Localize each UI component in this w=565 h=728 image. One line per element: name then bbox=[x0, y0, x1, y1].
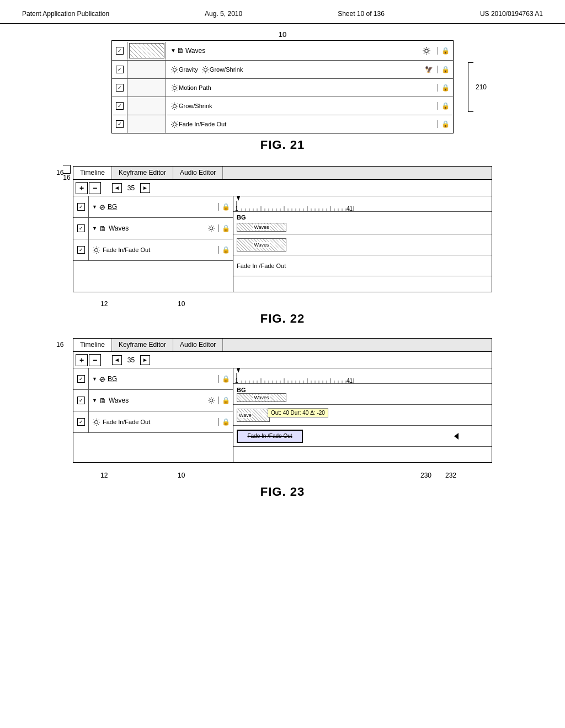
track-content-bg-23: ▼ ⊘ BG bbox=[89, 374, 218, 384]
lock-bg-23: 🔒 bbox=[222, 375, 230, 383]
bird-icon: 🦅 bbox=[425, 66, 433, 73]
lock-icon-3: 🔒 bbox=[441, 84, 450, 92]
fig22-annot-12: 12 bbox=[100, 300, 108, 308]
frame-number-22: 35 bbox=[124, 184, 138, 192]
svg-point-1 bbox=[173, 68, 177, 71]
fig23-empty-row bbox=[73, 433, 233, 448]
checkbox-waves-23[interactable] bbox=[77, 397, 85, 404]
right-bg-text-22: Waves bbox=[253, 224, 270, 230]
row4-content: Grow/Shrink bbox=[166, 101, 438, 111]
waves-tooltip-23: Out: 40 Dur: 40 Δ: -20 bbox=[268, 408, 328, 417]
checkbox-cell-5[interactable] bbox=[112, 115, 127, 133]
track-check-bg-23[interactable] bbox=[73, 368, 89, 389]
row5-content: Fade In/Fade Out bbox=[166, 119, 438, 130]
checkbox-5[interactable] bbox=[116, 120, 124, 128]
fig22-label-container: FIG. 22 bbox=[33, 312, 532, 326]
lock-icon-5: 🔒 bbox=[441, 120, 450, 128]
svg-point-4 bbox=[173, 104, 177, 108]
lock-cell-2: 🔒 bbox=[438, 66, 453, 73]
fig22-right-bg: BG Waves bbox=[233, 212, 492, 234]
thumbnail-1 bbox=[127, 42, 166, 60]
track-lock-fade-22: 🔒 bbox=[218, 246, 233, 254]
prev-frame-button-22[interactable]: ◄ bbox=[112, 183, 122, 193]
arrow-indicator-230 bbox=[454, 433, 459, 440]
right-fade-block-23: Fade In /Fade Out bbox=[237, 430, 303, 443]
settings-icon-2a bbox=[170, 66, 179, 74]
track-check-fade-23[interactable] bbox=[73, 411, 89, 432]
track-check-bg-22[interactable] bbox=[73, 196, 89, 217]
right-waves-block-23: Wave bbox=[237, 409, 270, 422]
fig22-annot-16-label: 16 bbox=[56, 169, 63, 176]
fig21-panel: ▼ 🗎 Waves 🔒 bbox=[111, 40, 454, 133]
checkbox-cell-4[interactable] bbox=[112, 97, 127, 115]
checkbox-cell-3[interactable] bbox=[112, 79, 127, 97]
checkbox-bg-22[interactable] bbox=[77, 203, 85, 211]
gear-waves-22 bbox=[207, 224, 215, 232]
plus-button-23[interactable]: + bbox=[76, 354, 88, 366]
prev-frame-button-23[interactable]: ◄ bbox=[112, 355, 122, 365]
lock-icon-1: 🔒 bbox=[441, 47, 450, 55]
fig21-label-container: FIG. 21 bbox=[33, 138, 532, 152]
checkbox-4[interactable] bbox=[116, 102, 124, 110]
fig23-right-bg: BG Waves bbox=[233, 384, 492, 405]
checkbox-waves-22[interactable] bbox=[77, 224, 85, 232]
tab-keyframe-23[interactable]: Keyframe Editor bbox=[112, 339, 173, 351]
lock-cell-5: 🔒 bbox=[438, 120, 453, 128]
right-bg-label-22: BG bbox=[237, 214, 246, 221]
minus-button-22[interactable]: − bbox=[89, 182, 101, 194]
tab-audio-23[interactable]: Audio Editor bbox=[173, 339, 223, 351]
checkbox-bg-23[interactable] bbox=[77, 375, 85, 383]
checkbox-1[interactable] bbox=[116, 47, 124, 55]
fig21-annot-10: 10 bbox=[279, 30, 286, 39]
next-frame-button-23[interactable]: ► bbox=[140, 355, 150, 365]
minus-button-23[interactable]: − bbox=[89, 354, 101, 366]
circle-bg-23: ⊘ bbox=[99, 375, 105, 383]
arrow-bg-22: ▼ bbox=[92, 204, 97, 210]
track-label-fade-23: Fade In/Fade Out bbox=[103, 419, 150, 425]
next-frame-button-22[interactable]: ► bbox=[140, 183, 150, 193]
fig21-row-3: Motion Path 🔒 bbox=[112, 79, 453, 97]
fig23-label: FIG. 23 bbox=[260, 485, 305, 499]
row3-content: Motion Path bbox=[166, 83, 438, 93]
settings-fade-22 bbox=[92, 246, 100, 254]
track-label-waves-22: Waves bbox=[109, 224, 129, 232]
plus-button-22[interactable]: + bbox=[76, 182, 88, 194]
tab-keyframe-22[interactable]: Keyframe Editor bbox=[112, 167, 173, 179]
track-check-fade-22[interactable] bbox=[73, 239, 89, 260]
tab-timeline-23[interactable]: Timeline bbox=[73, 339, 112, 351]
checkbox-fade-22[interactable] bbox=[77, 246, 85, 254]
fig23-ruler-svg: 1 41 bbox=[233, 368, 492, 384]
gear-icon-1 bbox=[422, 46, 431, 55]
tab-audio-22[interactable]: Audio Editor bbox=[173, 167, 223, 179]
checkbox-cell-2[interactable] bbox=[112, 61, 127, 78]
right-bg-block-23: Waves bbox=[237, 393, 286, 402]
track-lock-fade-23: 🔒 bbox=[218, 418, 233, 426]
gear-waves-23 bbox=[207, 397, 215, 404]
track-content-fade-23: Fade In/Fade Out bbox=[89, 417, 218, 427]
lock-icon-2: 🔒 bbox=[441, 66, 450, 73]
checkbox-2[interactable] bbox=[116, 66, 124, 73]
fig23-annot-12: 12 bbox=[100, 472, 108, 479]
settings-icon-2b bbox=[201, 66, 210, 74]
tab-timeline-22[interactable]: Timeline bbox=[73, 167, 112, 179]
track-check-waves-22[interactable] bbox=[73, 218, 89, 239]
svg-point-41 bbox=[95, 420, 98, 424]
track-label-bg-23: BG bbox=[108, 375, 117, 383]
header-patent: US 2010/0194763 A1 bbox=[480, 10, 543, 18]
lock-cell-1: 🔒 bbox=[438, 47, 453, 55]
checkbox-cell-1[interactable] bbox=[112, 42, 127, 60]
fig23-right-empty bbox=[233, 447, 492, 462]
arrow-waves-22: ▼ bbox=[92, 226, 97, 231]
fig22-ruler-svg: 1 41 bbox=[233, 196, 492, 212]
settings-icon-3 bbox=[170, 84, 179, 92]
settings-fade-23 bbox=[92, 418, 100, 426]
fig23-panel-body: ▼ ⊘ BG 🔒 ▼ bbox=[73, 368, 492, 462]
track-check-waves-23[interactable] bbox=[73, 390, 89, 411]
svg-point-6 bbox=[210, 227, 213, 230]
fig23-right-fade: Fade In /Fade Out bbox=[233, 426, 492, 447]
circle-bg-22: ⊘ bbox=[99, 203, 105, 211]
checkbox-3[interactable] bbox=[116, 84, 124, 92]
lock-icon-4: 🔒 bbox=[441, 102, 450, 110]
right-waves-text-22: Waves bbox=[253, 242, 270, 248]
checkbox-fade-23[interactable] bbox=[77, 418, 85, 426]
